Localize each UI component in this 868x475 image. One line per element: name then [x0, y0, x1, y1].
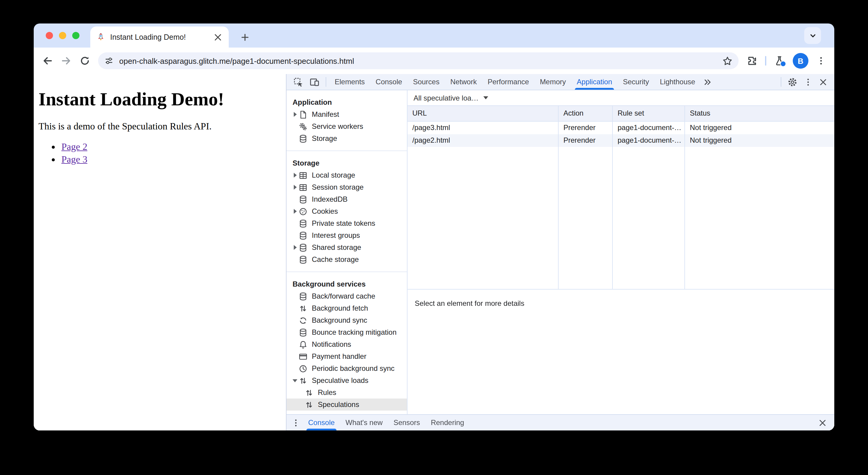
tab-performance[interactable]: Performance: [482, 74, 534, 90]
tab-security[interactable]: Security: [618, 74, 655, 90]
expand-icon[interactable]: [293, 185, 297, 190]
drawer-tab-rendering[interactable]: Rendering: [425, 415, 469, 431]
tab-elements[interactable]: Elements: [329, 74, 370, 90]
cell-action[interactable]: Prerender: [558, 122, 612, 134]
tab-application[interactable]: Application: [571, 74, 617, 90]
more-tabs-icon[interactable]: [703, 77, 712, 86]
devtools-close-icon[interactable]: [819, 77, 828, 86]
column-header-rule-set[interactable]: Rule set: [612, 106, 684, 121]
sidebar-item-notifications[interactable]: Notifications: [286, 338, 407, 350]
tab-sources[interactable]: Sources: [407, 74, 445, 90]
sidebar-item-rules[interactable]: Rules: [286, 386, 407, 398]
bookmark-star-icon[interactable]: [722, 56, 733, 66]
sidebar-item-periodic-background-sync[interactable]: Periodic background sync: [286, 362, 407, 375]
browser-menu-icon[interactable]: [816, 56, 826, 66]
page3-link[interactable]: Page 3: [61, 154, 87, 165]
sidebar-item-background-sync[interactable]: Background sync: [286, 314, 407, 326]
sidebar-item-private-state-tokens[interactable]: Private state tokens: [286, 217, 407, 229]
back-button[interactable]: [42, 55, 53, 66]
sidebar-item-payment-handler[interactable]: Payment handler: [286, 350, 407, 362]
tab-close-icon[interactable]: [213, 32, 223, 42]
drawer-close-icon[interactable]: [818, 418, 827, 427]
cell-url[interactable]: /page3.html: [407, 122, 558, 134]
sidebar-item-back-forward-cache[interactable]: Back/forward cache: [286, 290, 407, 302]
collapse-icon[interactable]: [292, 379, 297, 382]
cell-status[interactable]: Not triggered: [684, 134, 834, 147]
extensions-icon[interactable]: [746, 55, 757, 66]
sidebar-item-label: Cookies: [312, 207, 338, 215]
sidebar-item-interest-groups[interactable]: Interest groups: [286, 229, 407, 241]
sidebar-item-indexeddb[interactable]: IndexedDB: [286, 193, 407, 205]
cell-url[interactable]: /page2.html: [407, 134, 558, 147]
drawer-menu-icon[interactable]: [291, 418, 300, 427]
profile-avatar[interactable]: B: [793, 53, 808, 69]
new-tab-button[interactable]: [237, 30, 253, 45]
devtools-drawer: Console What's new Sensors Rendering: [286, 414, 834, 431]
device-toolbar-icon[interactable]: [309, 77, 320, 87]
tab-memory[interactable]: Memory: [534, 74, 571, 90]
sidebar-item-manifest[interactable]: Manifest: [286, 108, 407, 120]
expand-icon[interactable]: [293, 112, 297, 117]
sidebar-item-bounce-tracking-mitigation[interactable]: Bounce tracking mitigation: [286, 326, 407, 338]
expand-icon[interactable]: [293, 209, 297, 214]
column-header-status[interactable]: Status: [684, 106, 834, 121]
forward-button[interactable]: [61, 55, 72, 66]
sidebar-item-session-storage[interactable]: Session storage: [286, 181, 407, 193]
drawer-tab-sensors[interactable]: Sensors: [388, 415, 425, 431]
window-controls[interactable]: [46, 32, 80, 39]
expand-icon[interactable]: [293, 173, 297, 178]
devtools-menu-icon[interactable]: [804, 77, 813, 86]
payment-card-icon: [299, 352, 308, 361]
page2-link[interactable]: Page 2: [61, 142, 87, 152]
maximize-window-button[interactable]: [72, 32, 80, 39]
column-header-action[interactable]: Action: [558, 106, 612, 121]
table-empty-area: [407, 147, 834, 289]
sidebar-item-local-storage[interactable]: Local storage: [286, 169, 407, 181]
web-page: Instant Loading Demo! This is a demo of …: [34, 74, 286, 431]
column-header-url[interactable]: URL: [407, 106, 558, 121]
speculative-loads-filter-dropdown[interactable]: All speculative loa…: [413, 94, 478, 102]
drawer-tab-console[interactable]: Console: [303, 415, 340, 431]
cell-rule-set[interactable]: page1-document-…: [612, 134, 684, 147]
settings-gear-icon[interactable]: [787, 77, 798, 87]
sidebar-item-shared-storage[interactable]: Shared storage: [286, 241, 407, 254]
address-bar[interactable]: open-chalk-asparagus.glitch.me/page1-doc…: [98, 52, 739, 69]
cell-action[interactable]: Prerender: [558, 134, 612, 147]
file-icon: [299, 110, 308, 119]
inspect-element-icon[interactable]: [293, 77, 303, 87]
site-settings-icon[interactable]: [104, 56, 114, 66]
table-row[interactable]: /page2.html Prerender page1-document-… N…: [407, 134, 834, 147]
sidebar-item-storage[interactable]: Storage: [286, 132, 407, 145]
sidebar-item-speculations[interactable]: Speculations: [286, 398, 407, 411]
url-text[interactable]: open-chalk-asparagus.glitch.me/page1-doc…: [119, 56, 717, 65]
experiments-beaker-icon[interactable]: [774, 55, 785, 66]
sidebar-item-label: Interest groups: [312, 231, 360, 240]
cell-rule-set[interactable]: page1-document-…: [612, 122, 684, 134]
details-placeholder-text: Select an element for more details: [415, 299, 524, 308]
tab-search-button[interactable]: [804, 27, 821, 44]
plus-icon: [240, 32, 250, 42]
tab-network[interactable]: Network: [445, 74, 482, 90]
dropdown-arrow-icon[interactable]: [483, 96, 488, 99]
drawer-tab-whats-new[interactable]: What's new: [340, 415, 388, 431]
minimize-window-button[interactable]: [59, 32, 66, 39]
sidebar-item-cookies[interactable]: Cookies: [286, 205, 407, 217]
sidebar-item-service-workers[interactable]: Service workers: [286, 120, 407, 132]
sidebar-item-label: Back/forward cache: [312, 292, 375, 300]
sidebar-item-background-fetch[interactable]: Background fetch: [286, 302, 407, 314]
browser-tab[interactable]: Instant Loading Demo!: [90, 27, 229, 48]
cell-status[interactable]: Not triggered: [684, 122, 834, 134]
sidebar-item-label: Rules: [318, 388, 336, 397]
expand-icon[interactable]: [293, 245, 297, 250]
table-row[interactable]: /page3.html Prerender page1-document-… N…: [407, 122, 834, 134]
tab-console[interactable]: Console: [370, 74, 407, 90]
reload-button[interactable]: [80, 55, 90, 66]
sidebar-item-label: Periodic background sync: [312, 364, 395, 373]
close-window-button[interactable]: [46, 32, 53, 39]
sidebar-item-cache-storage[interactable]: Cache storage: [286, 254, 407, 266]
sidebar-item-speculative-loads[interactable]: Speculative loads: [286, 375, 407, 386]
sidebar-section-storage: Storage Local storage Session storage: [286, 151, 407, 272]
tab-lighthouse[interactable]: Lighthouse: [654, 74, 700, 90]
sidebar-item-label: IndexedDB: [312, 195, 348, 204]
sidebar-item-label: Local storage: [312, 171, 355, 179]
